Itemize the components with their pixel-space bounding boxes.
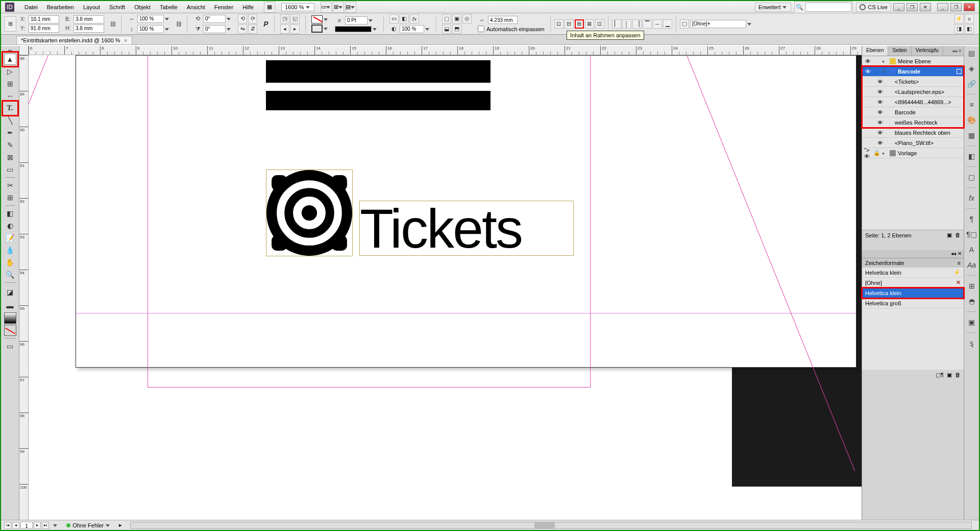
glyphs-panel-icon[interactable]: ȿ bbox=[967, 338, 977, 348]
screen-mode-icon[interactable]: ▭ bbox=[321, 2, 332, 13]
stroke-style-field[interactable] bbox=[335, 26, 372, 32]
constrain-wh-icon[interactable]: ⛓ bbox=[108, 19, 117, 29]
charstyles-menu-icon[interactable]: ≡ bbox=[958, 260, 961, 266]
tab-links[interactable]: Verknüpfu bbox=[912, 46, 943, 56]
new-group-icon[interactable]: ▢¶ bbox=[936, 372, 944, 378]
gradient-panel-icon[interactable]: ◧ bbox=[967, 151, 977, 161]
gradient-feather-tool-icon[interactable]: ◐ bbox=[4, 220, 16, 231]
bridge-icon[interactable]: ▦ bbox=[264, 2, 275, 13]
fit-content-prop-icon[interactable]: ⊟ bbox=[565, 19, 574, 29]
tab-layers[interactable]: Ebenen bbox=[862, 46, 888, 56]
width-field[interactable]: 3.8 mm bbox=[74, 15, 104, 23]
fit-frame-to-content-icon[interactable]: ⊠ bbox=[585, 19, 594, 29]
fit-fill-frame-icon[interactable]: ⊡ bbox=[554, 19, 564, 29]
line-tool-icon[interactable]: ╲ bbox=[4, 115, 16, 126]
apply-gradient-icon[interactable] bbox=[4, 312, 16, 324]
menu-table[interactable]: Tabelle bbox=[156, 3, 182, 12]
layer-item-tickets[interactable]: 👁<Tickets> bbox=[862, 77, 964, 87]
tickets-text-frame[interactable]: Tickets bbox=[359, 201, 574, 256]
character-panel-icon[interactable]: A bbox=[967, 245, 977, 255]
align-top-icon[interactable]: ▔ bbox=[643, 19, 652, 29]
fill-stroke-icon[interactable]: ◪ bbox=[4, 285, 16, 299]
center-content-icon[interactable]: ⊡ bbox=[595, 19, 604, 29]
align-left-icon[interactable]: ▏ bbox=[612, 19, 621, 29]
layer-item-blue-rect[interactable]: 👁blaues Rechteck oben bbox=[862, 128, 964, 138]
eyedropper-tool-icon[interactable]: 💧 bbox=[4, 245, 16, 256]
doc-restore-icon[interactable]: ❐ bbox=[906, 3, 918, 11]
panel-menu-icon[interactable]: ≡ bbox=[965, 14, 974, 23]
last-page-icon[interactable]: ▸I bbox=[42, 522, 49, 529]
links-panel-icon[interactable]: 🔗 bbox=[967, 79, 977, 89]
direct-selection-tool-icon[interactable]: ▷ bbox=[4, 66, 16, 77]
scale-x-field[interactable]: 100 % bbox=[137, 15, 164, 23]
align-right-icon[interactable]: ▕ bbox=[632, 19, 642, 29]
reference-point-icon[interactable]: ⊞ bbox=[4, 16, 16, 32]
character-styles-panel-icon[interactable]: Aa bbox=[967, 260, 977, 270]
wrap-jump-next-icon[interactable]: ⬒ bbox=[452, 25, 461, 34]
horizontal-guide[interactable] bbox=[76, 313, 856, 313]
menu-layout[interactable]: Layout bbox=[79, 3, 104, 12]
doc-minimize-icon[interactable]: _ bbox=[893, 3, 904, 11]
pathfinder-panel-icon[interactable]: ◓ bbox=[967, 296, 977, 306]
menu-window[interactable]: Fenster bbox=[210, 3, 237, 12]
delete-style-icon[interactable]: 🗑 bbox=[955, 372, 961, 378]
layer-row-barcode[interactable]: 👁 ▾ Barcode bbox=[862, 66, 964, 77]
drop-shadow-icon[interactable]: ◧ bbox=[400, 14, 409, 23]
select-prev-icon[interactable]: ◂ bbox=[280, 25, 289, 34]
scissors-tool-icon[interactable]: ✂ bbox=[4, 180, 16, 191]
gap-tool-icon[interactable]: ↔ bbox=[4, 90, 16, 102]
lock-icon[interactable]: 🔒 bbox=[873, 150, 880, 157]
object-style-icon[interactable]: ▢ bbox=[680, 19, 689, 29]
clear-override-icon[interactable]: ✕ bbox=[956, 279, 961, 286]
charstyle-helvetica-gross[interactable]: Helvetica groß bbox=[862, 298, 964, 308]
y-field[interactable]: 91.8 mm bbox=[29, 25, 59, 33]
layer-item-white-rect[interactable]: 👁weißes Rechteck bbox=[862, 117, 964, 128]
align-hcenter-icon[interactable]: │ bbox=[622, 19, 631, 29]
hand-tool-icon[interactable]: ✋ bbox=[4, 257, 16, 268]
paragraph-panel-icon[interactable]: ¶ bbox=[967, 214, 977, 224]
window-minimize-icon[interactable]: _ bbox=[937, 3, 948, 11]
stroke-panel-icon[interactable]: ≡ bbox=[967, 100, 977, 110]
x-field[interactable]: 10.1 mm bbox=[29, 15, 59, 23]
paragraph-styles-panel-icon[interactable]: ¶▢ bbox=[967, 229, 977, 239]
horizontal-scrollbar[interactable] bbox=[130, 522, 972, 529]
selection-tool-icon[interactable]: ▲ bbox=[4, 54, 16, 65]
menu-type[interactable]: Schrift bbox=[105, 3, 129, 12]
page-tool-icon[interactable]: ⊞ bbox=[4, 78, 16, 89]
free-transform-tool-icon[interactable]: ⊞ bbox=[4, 192, 16, 203]
stroke-weight-field[interactable]: 0 Pt bbox=[345, 16, 368, 25]
doc-close-icon[interactable]: ✕ bbox=[920, 3, 931, 11]
delete-layer-icon[interactable]: 🗑 bbox=[955, 232, 961, 238]
color-panel-icon[interactable]: 🎨 bbox=[967, 115, 977, 125]
object-style-field[interactable]: [Ohne]+ bbox=[690, 20, 746, 28]
text-wrap-panel-icon[interactable]: ▣ bbox=[967, 317, 977, 327]
zoom-level[interactable]: 1600 % bbox=[281, 3, 314, 11]
cs-live[interactable]: CS Live bbox=[856, 3, 891, 12]
layer-row-vorlage[interactable]: ">👁🔒 ▸ Vorlage bbox=[862, 148, 964, 158]
pages-panel-icon[interactable]: ▤ bbox=[967, 48, 977, 58]
menu-file[interactable]: Datei bbox=[20, 3, 42, 12]
next-page-icon[interactable]: ▸ bbox=[34, 522, 41, 529]
search-box[interactable]: 🔍 bbox=[794, 1, 853, 13]
rectangle-frame-tool-icon[interactable]: ⊠ bbox=[4, 152, 16, 163]
type-tool-icon[interactable]: T. bbox=[4, 103, 16, 114]
window-maximize-icon[interactable]: ❐ bbox=[950, 3, 962, 11]
document-tab[interactable]: *Eintrittskarten erstellen.indd @ 1600 %… bbox=[16, 36, 132, 44]
rectangle-tool-icon[interactable]: ▭ bbox=[4, 164, 16, 175]
page-number-field[interactable]: 1 bbox=[20, 522, 33, 529]
wrap-jump-icon[interactable]: ⬓ bbox=[442, 25, 451, 34]
wrap-shape-icon[interactable]: ◎ bbox=[462, 14, 472, 23]
wrap-bbox-icon[interactable]: ▣ bbox=[452, 14, 461, 23]
wrap-none-icon[interactable]: ▢ bbox=[442, 14, 451, 23]
auto-fit-checkbox[interactable] bbox=[478, 26, 484, 32]
shear-field[interactable]: 0° bbox=[203, 25, 226, 33]
open-file-icon[interactable]: ▸ bbox=[119, 522, 122, 528]
barcode-bars[interactable] bbox=[266, 60, 491, 111]
menu-view[interactable]: Ansicht bbox=[183, 3, 209, 12]
canvas[interactable]: Tickets bbox=[29, 55, 862, 520]
select-next-icon[interactable]: ▸ bbox=[290, 25, 300, 34]
align-bottom-icon[interactable]: ▁ bbox=[663, 19, 672, 29]
charstyle-none[interactable]: [Ohne]✕ bbox=[862, 278, 964, 288]
layer-item-barcode-text[interactable]: 👁Barcode bbox=[862, 107, 964, 117]
new-layer-icon[interactable]: ▣ bbox=[947, 232, 952, 238]
